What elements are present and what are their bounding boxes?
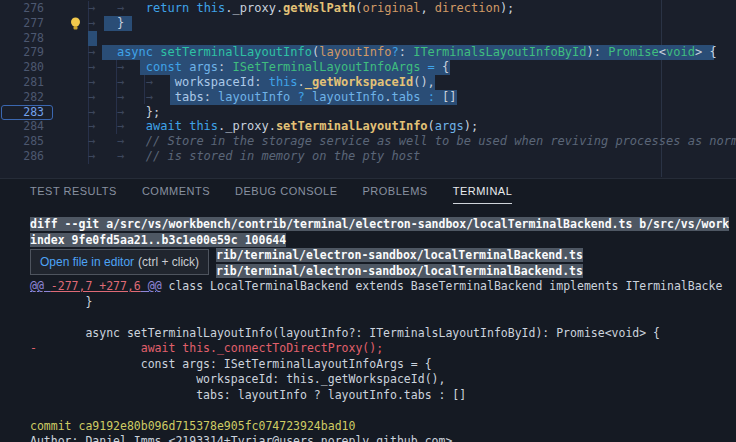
terminal-text: diff --git a/src/vs/workbench/contrib/te… [30, 217, 729, 231]
code-text: → → await this._proxy.setTerminalLayoutI… [88, 119, 478, 134]
editor-line-283: 283→ → }; [0, 105, 736, 120]
terminal-text: index 9fe0fd5aa21..b3c1e00e59c 100644 [30, 233, 286, 247]
editor-line-285: 285→ → // Store in the storage service a… [0, 134, 736, 149]
terminal-text: class LocalTerminalBackend extends BaseT… [162, 279, 723, 293]
code-text: → → → tabs: layoutInfo ? layoutInfo.tabs… [88, 90, 457, 105]
terminal-line: Author: Daniel Imms <2193314+Tyriar@user… [30, 434, 452, 442]
editor-line-280: 280→ → const args: ISetTerminalLayoutInf… [0, 60, 736, 75]
tab-debug-console[interactable]: DEBUG CONSOLE [235, 179, 337, 204]
terminal-link-tooltip: Open file in editor(ctrl + click) [30, 249, 209, 275]
terminal-text: workspaceId: this._getWorkspaceId(), [30, 372, 445, 386]
line-number: 279 [0, 45, 44, 60]
terminal-text: - await this._connectToDirectProxy(); [30, 341, 383, 355]
terminal-line: const args: ISetTerminalLayoutInfoArgs =… [30, 357, 432, 372]
line-number: 283 [0, 105, 44, 120]
terminal-text: const args: ISetTerminalLayoutInfoArgs =… [30, 357, 432, 371]
panel-tab-bar: TEST RESULTSCOMMENTSDEBUG CONSOLEPROBLEM… [0, 179, 736, 204]
line-number: 277 [0, 16, 44, 31]
line-number: 286 [0, 149, 44, 164]
hunk-link[interactable]: -277,7 +277,6 [51, 279, 141, 293]
code-text: → async setTerminalLayoutInfo(layoutInfo… [88, 45, 717, 60]
tab-terminal[interactable]: TERMINAL [453, 179, 513, 204]
line-number: 285 [0, 134, 44, 149]
line-number: 278 [0, 31, 44, 46]
editor-line-278: 278 [0, 31, 736, 46]
terminal-text: Author: Daniel Imms <2193314+Tyriar@user… [30, 434, 452, 442]
code-text: → → }; [88, 105, 160, 120]
terminal-line: rib/terminal/electron-sandbox/localTermi… [216, 264, 583, 279]
code-text: → → return this._proxy.getWslPath(origin… [88, 1, 514, 16]
line-number: 276 [0, 1, 44, 16]
editor-line-277: 277→ } [0, 16, 736, 31]
terminal-line: async setTerminalLayoutInfo(layoutInfo?:… [30, 326, 660, 341]
editor-line-279: 279→ async setTerminalLayoutInfo(layoutI… [0, 45, 736, 60]
tooltip-hint: (ctrl + click) [138, 255, 199, 269]
terminal-text: tabs: layoutInfo ? layoutInfo.tabs : [] [30, 388, 466, 402]
terminal-line: diff --git a/src/vs/workbench/contrib/te… [30, 217, 729, 232]
terminal-text: rib/terminal/electron-sandbox/localTermi… [216, 248, 583, 262]
terminal-line: commit ca9192e80b096d715378e905fc0747239… [30, 419, 355, 434]
terminal-line: rib/terminal/electron-sandbox/localTermi… [216, 248, 583, 263]
editor-line-276: 276→ → return this._proxy.getWslPath(ori… [0, 1, 736, 16]
code-text: → → // is stored in memory on the pty ho… [88, 149, 420, 164]
hunk-link[interactable]: @@ [30, 279, 51, 293]
terminal-text: rib/terminal/electron-sandbox/localTermi… [216, 264, 583, 278]
tab-test-results[interactable]: TEST RESULTS [30, 179, 117, 204]
editor-line-281: 281→ → → workspaceId: this._getWorkspace… [0, 75, 736, 90]
tab-comments[interactable]: COMMENTS [142, 179, 210, 204]
terminal-line: tabs: layoutInfo ? layoutInfo.tabs : [] [30, 388, 466, 403]
line-number: 282 [0, 90, 44, 105]
editor-line-286: 286→ → // is stored in memory on the pty… [0, 149, 736, 164]
terminal-text: commit ca9192e80b096d715378e905fc0747239… [30, 419, 355, 433]
selection-highlight [88, 31, 97, 46]
code-text: → → → workspaceId: this._getWorkspaceId(… [88, 75, 435, 90]
terminal-line: @@ -277,7 +277,6 @@ class LocalTerminalB… [30, 279, 722, 294]
line-number: 281 [0, 75, 44, 90]
terminal-text: } [30, 295, 92, 309]
terminal-output: diff --git a/src/vs/workbench/contrib/te… [0, 204, 736, 442]
line-number: 284 [0, 119, 44, 134]
terminal-line: - await this._connectToDirectProxy(); [30, 341, 383, 356]
tab-problems[interactable]: PROBLEMS [363, 179, 428, 204]
terminal-line: index 9fe0fd5aa21..b3c1e00e59c 100644 [30, 233, 286, 248]
open-file-link[interactable]: Open file in editor [40, 255, 134, 269]
line-number: 280 [0, 60, 44, 75]
code-text: → → // Store in the storage service as w… [88, 134, 736, 149]
terminal-line: workspaceId: this._getWorkspaceId(), [30, 372, 445, 387]
editor-line-282: 282→ → → tabs: layoutInfo ? layoutInfo.t… [0, 90, 736, 105]
code-text: → } [88, 16, 124, 31]
lightbulb-icon[interactable] [69, 17, 82, 30]
code-text: → → const args: ISetTerminalLayoutInfoAr… [88, 60, 449, 75]
editor-line-284: 284→ → await this._proxy.setTerminalLayo… [0, 119, 736, 134]
bottom-panel: TEST RESULTSCOMMENTSDEBUG CONSOLEPROBLEM… [0, 178, 736, 442]
editor-pane: 276→ → return this._proxy.getWslPath(ori… [0, 0, 736, 178]
terminal-text: async setTerminalLayoutInfo(layoutInfo?:… [30, 326, 660, 340]
hunk-link[interactable]: @@ [141, 279, 162, 293]
terminal-line: } [30, 295, 92, 310]
